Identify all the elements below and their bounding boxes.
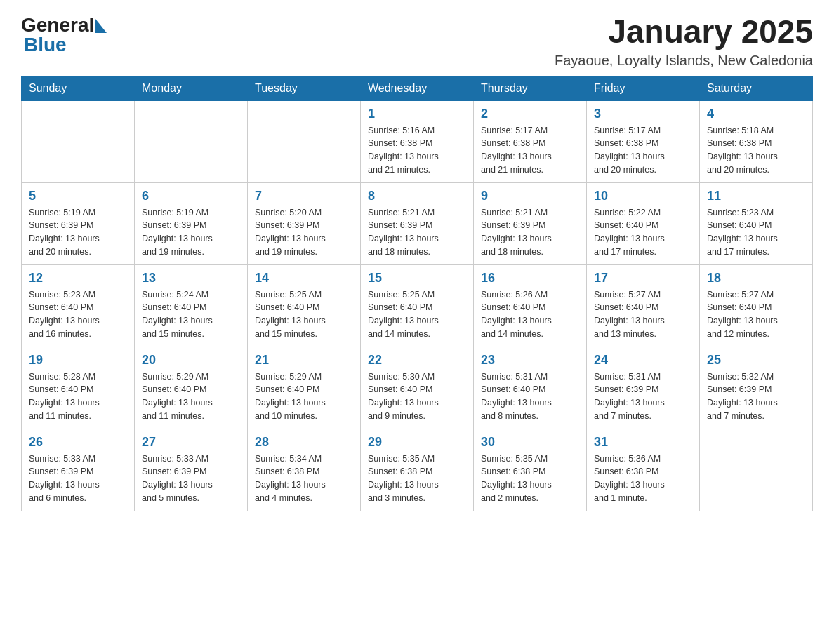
calendar-week-row: 5Sunrise: 5:19 AM Sunset: 6:39 PM Daylig… [22, 182, 813, 264]
day-number: 30 [481, 435, 579, 450]
calendar-week-row: 19Sunrise: 5:28 AM Sunset: 6:40 PM Dayli… [22, 347, 813, 429]
day-number: 7 [255, 189, 353, 203]
calendar-cell: 2Sunrise: 5:17 AM Sunset: 6:38 PM Daylig… [474, 100, 587, 182]
day-info-text: Sunrise: 5:17 AM Sunset: 6:38 PM Dayligh… [594, 124, 692, 177]
day-number: 18 [707, 271, 805, 286]
page-header: General Blue January 2025 Fayaoue, Loyal… [21, 14, 813, 69]
day-info-text: Sunrise: 5:27 AM Sunset: 6:40 PM Dayligh… [707, 288, 805, 341]
calendar-cell: 4Sunrise: 5:18 AM Sunset: 6:38 PM Daylig… [700, 100, 813, 182]
day-header-monday: Monday [135, 76, 248, 100]
calendar-cell: 7Sunrise: 5:20 AM Sunset: 6:39 PM Daylig… [248, 182, 361, 264]
day-info-text: Sunrise: 5:23 AM Sunset: 6:40 PM Dayligh… [707, 206, 805, 259]
day-header-thursday: Thursday [474, 76, 587, 100]
day-number: 31 [594, 435, 692, 450]
day-number: 14 [255, 271, 353, 286]
day-info-text: Sunrise: 5:25 AM Sunset: 6:40 PM Dayligh… [368, 288, 466, 341]
day-number: 23 [481, 353, 579, 368]
day-number: 1 [368, 107, 466, 121]
calendar-cell: 5Sunrise: 5:19 AM Sunset: 6:39 PM Daylig… [22, 182, 135, 264]
day-info-text: Sunrise: 5:33 AM Sunset: 6:39 PM Dayligh… [29, 452, 127, 505]
day-info-text: Sunrise: 5:19 AM Sunset: 6:39 PM Dayligh… [142, 206, 240, 259]
calendar-cell: 19Sunrise: 5:28 AM Sunset: 6:40 PM Dayli… [22, 347, 135, 429]
day-info-text: Sunrise: 5:28 AM Sunset: 6:40 PM Dayligh… [29, 370, 127, 423]
calendar-cell: 17Sunrise: 5:27 AM Sunset: 6:40 PM Dayli… [587, 264, 700, 347]
day-number: 15 [368, 271, 466, 286]
day-number: 27 [142, 435, 240, 450]
day-number: 8 [368, 189, 466, 203]
day-header-friday: Friday [587, 76, 700, 100]
day-number: 9 [481, 189, 579, 203]
day-header-tuesday: Tuesday [248, 76, 361, 100]
calendar-cell: 10Sunrise: 5:22 AM Sunset: 6:40 PM Dayli… [587, 182, 700, 264]
calendar-cell: 31Sunrise: 5:36 AM Sunset: 6:38 PM Dayli… [587, 429, 700, 511]
day-number: 2 [481, 107, 579, 121]
calendar-cell [135, 100, 248, 182]
calendar-cell: 6Sunrise: 5:19 AM Sunset: 6:39 PM Daylig… [135, 182, 248, 264]
calendar-cell: 23Sunrise: 5:31 AM Sunset: 6:40 PM Dayli… [474, 347, 587, 429]
day-number: 5 [29, 189, 127, 203]
day-info-text: Sunrise: 5:23 AM Sunset: 6:40 PM Dayligh… [29, 288, 127, 341]
day-info-text: Sunrise: 5:32 AM Sunset: 6:39 PM Dayligh… [707, 370, 805, 423]
day-info-text: Sunrise: 5:19 AM Sunset: 6:39 PM Dayligh… [29, 206, 127, 259]
day-info-text: Sunrise: 5:26 AM Sunset: 6:40 PM Dayligh… [481, 288, 579, 341]
day-info-text: Sunrise: 5:29 AM Sunset: 6:40 PM Dayligh… [255, 370, 353, 423]
day-number: 25 [707, 353, 805, 368]
month-year-title: January 2025 [555, 14, 813, 50]
calendar-cell: 11Sunrise: 5:23 AM Sunset: 6:40 PM Dayli… [700, 182, 813, 264]
day-info-text: Sunrise: 5:16 AM Sunset: 6:38 PM Dayligh… [368, 124, 466, 177]
calendar-cell: 14Sunrise: 5:25 AM Sunset: 6:40 PM Dayli… [248, 264, 361, 347]
day-number: 19 [29, 353, 127, 368]
day-number: 13 [142, 271, 240, 286]
day-number: 11 [707, 189, 805, 203]
day-header-saturday: Saturday [700, 76, 813, 100]
day-info-text: Sunrise: 5:31 AM Sunset: 6:40 PM Dayligh… [481, 370, 579, 423]
day-info-text: Sunrise: 5:18 AM Sunset: 6:38 PM Dayligh… [707, 124, 805, 177]
calendar-cell: 12Sunrise: 5:23 AM Sunset: 6:40 PM Dayli… [22, 264, 135, 347]
day-number: 17 [594, 271, 692, 286]
day-number: 12 [29, 271, 127, 286]
calendar-cell: 24Sunrise: 5:31 AM Sunset: 6:39 PM Dayli… [587, 347, 700, 429]
logo-blue-text: Blue [24, 34, 67, 56]
calendar-cell [22, 100, 135, 182]
calendar-cell: 29Sunrise: 5:35 AM Sunset: 6:38 PM Dayli… [361, 429, 474, 511]
day-info-text: Sunrise: 5:21 AM Sunset: 6:39 PM Dayligh… [481, 206, 579, 259]
day-number: 16 [481, 271, 579, 286]
calendar-week-row: 1Sunrise: 5:16 AM Sunset: 6:38 PM Daylig… [22, 100, 813, 182]
day-info-text: Sunrise: 5:34 AM Sunset: 6:38 PM Dayligh… [255, 452, 353, 505]
calendar-header-row: SundayMondayTuesdayWednesdayThursdayFrid… [22, 76, 813, 100]
day-number: 3 [594, 107, 692, 121]
day-info-text: Sunrise: 5:31 AM Sunset: 6:39 PM Dayligh… [594, 370, 692, 423]
day-info-text: Sunrise: 5:27 AM Sunset: 6:40 PM Dayligh… [594, 288, 692, 341]
day-number: 6 [142, 189, 240, 203]
day-header-sunday: Sunday [22, 76, 135, 100]
day-info-text: Sunrise: 5:21 AM Sunset: 6:39 PM Dayligh… [368, 206, 466, 259]
day-info-text: Sunrise: 5:33 AM Sunset: 6:39 PM Dayligh… [142, 452, 240, 505]
day-info-text: Sunrise: 5:35 AM Sunset: 6:38 PM Dayligh… [368, 452, 466, 505]
calendar-cell: 3Sunrise: 5:17 AM Sunset: 6:38 PM Daylig… [587, 100, 700, 182]
day-info-text: Sunrise: 5:35 AM Sunset: 6:38 PM Dayligh… [481, 452, 579, 505]
calendar-cell: 8Sunrise: 5:21 AM Sunset: 6:39 PM Daylig… [361, 182, 474, 264]
calendar-cell: 22Sunrise: 5:30 AM Sunset: 6:40 PM Dayli… [361, 347, 474, 429]
calendar-cell [700, 429, 813, 511]
day-info-text: Sunrise: 5:25 AM Sunset: 6:40 PM Dayligh… [255, 288, 353, 341]
day-number: 4 [707, 107, 805, 121]
calendar-cell: 18Sunrise: 5:27 AM Sunset: 6:40 PM Dayli… [700, 264, 813, 347]
day-info-text: Sunrise: 5:30 AM Sunset: 6:40 PM Dayligh… [368, 370, 466, 423]
day-info-text: Sunrise: 5:36 AM Sunset: 6:38 PM Dayligh… [594, 452, 692, 505]
calendar-table: SundayMondayTuesdayWednesdayThursdayFrid… [21, 76, 813, 511]
calendar-cell: 27Sunrise: 5:33 AM Sunset: 6:39 PM Dayli… [135, 429, 248, 511]
day-info-text: Sunrise: 5:24 AM Sunset: 6:40 PM Dayligh… [142, 288, 240, 341]
calendar-cell: 13Sunrise: 5:24 AM Sunset: 6:40 PM Dayli… [135, 264, 248, 347]
day-number: 28 [255, 435, 353, 450]
day-number: 24 [594, 353, 692, 368]
calendar-cell: 28Sunrise: 5:34 AM Sunset: 6:38 PM Dayli… [248, 429, 361, 511]
calendar-cell: 20Sunrise: 5:29 AM Sunset: 6:40 PM Dayli… [135, 347, 248, 429]
day-number: 22 [368, 353, 466, 368]
calendar-cell: 26Sunrise: 5:33 AM Sunset: 6:39 PM Dayli… [22, 429, 135, 511]
logo-triangle-icon [95, 19, 107, 33]
calendar-cell: 9Sunrise: 5:21 AM Sunset: 6:39 PM Daylig… [474, 182, 587, 264]
calendar-cell: 15Sunrise: 5:25 AM Sunset: 6:40 PM Dayli… [361, 264, 474, 347]
day-number: 26 [29, 435, 127, 450]
day-number: 29 [368, 435, 466, 450]
day-header-wednesday: Wednesday [361, 76, 474, 100]
